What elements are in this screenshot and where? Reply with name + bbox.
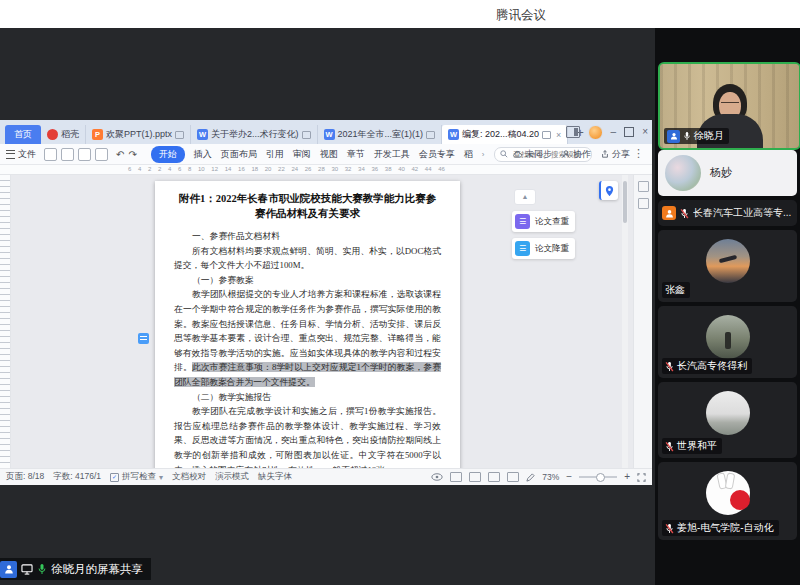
tab-doc-file-2[interactable]: W 2021年全市...室(1)(1) <box>318 125 443 144</box>
participant-tile[interactable]: 世界和平 <box>658 382 797 458</box>
menu-view[interactable]: 视图 <box>320 148 338 161</box>
menu-references[interactable]: 引用 <box>266 148 284 161</box>
tab-doc-file-1[interactable]: W 关于举办2...术行变化) <box>191 125 318 144</box>
panel-tab-icon[interactable] <box>638 181 649 192</box>
menu-section[interactable]: 章节 <box>347 148 365 161</box>
wps-ribbon: 文件 ↶↷ 开始 插入 页面布局 引用 审阅 <box>0 144 652 165</box>
word-file-icon: W <box>197 129 208 140</box>
document-area: 附件1：2022年长春市职业院校技能大赛教学能力比赛参赛作品材料及有关要求 一、… <box>0 175 652 468</box>
doc-paragraph: 教学团队在完成教学设计和实施之后，撰写1份教学实施报告。报告应梳理总结参赛作品的… <box>174 404 441 468</box>
mic-on-icon <box>37 563 47 575</box>
participant-tile-video[interactable]: 徐晓月 <box>658 62 800 150</box>
comment-marker-icon[interactable] <box>138 333 149 344</box>
paper-reduce-icon: ☰ <box>515 241 530 256</box>
app-title: 腾讯会议 <box>496 7 546 24</box>
web-view-icon[interactable] <box>488 472 500 482</box>
paper-check-icon: ☰ <box>515 214 530 229</box>
panel-tab-icon[interactable] <box>638 198 649 209</box>
paper-check-button[interactable]: ☰ 论文查重 <box>512 211 575 232</box>
menu-review[interactable]: 审阅 <box>293 148 311 161</box>
side-panel-icon[interactable] <box>566 126 580 138</box>
participant-tile[interactable]: 杨妙 <box>658 150 797 196</box>
quick-access-toolbar <box>44 148 108 161</box>
more-options-icon[interactable]: ⋮ <box>633 147 644 160</box>
highlighted-text: 此次市赛注意事项：8学时以上交对应规定1个学时的教案，参赛团队全部教案合并为一个… <box>174 362 441 387</box>
tab-ppt-file[interactable]: P 欢聚PPT(1).pptx <box>86 125 191 144</box>
print-icon[interactable] <box>61 148 74 161</box>
menu-page-layout[interactable]: 页面布局 <box>221 148 257 161</box>
file-menu[interactable]: 文件 <box>6 148 36 161</box>
host-badge-icon <box>667 130 680 143</box>
document-page[interactable]: 附件1：2022年长春市职业院校技能大赛教学能力比赛参赛作品材料及有关要求 一、… <box>155 181 460 468</box>
avatar-detail <box>725 332 731 349</box>
menu-insert[interactable]: 插入 <box>194 148 212 161</box>
fullscreen-icon[interactable] <box>637 473 646 482</box>
participant-nametag: 徐晓月 <box>664 128 729 144</box>
word-file-icon: W <box>448 129 459 140</box>
tab-doc-file-active[interactable]: W 编复: 202...稿04.20 × <box>442 125 568 144</box>
person-icon <box>4 564 14 574</box>
mic-muted-icon <box>665 361 674 372</box>
vertical-scrollbar[interactable] <box>622 175 628 468</box>
restore-button[interactable] <box>624 127 634 137</box>
zoom-slider[interactable] <box>579 476 617 478</box>
share-icon <box>601 150 609 158</box>
zoom-level[interactable]: 73% <box>542 472 559 482</box>
menu-dev-tools[interactable]: 开发工具 <box>374 148 410 161</box>
share-button[interactable]: 分享 <box>601 148 630 161</box>
tab-docer[interactable]: 稻壳 <box>41 125 86 144</box>
locate-pin-button[interactable] <box>599 181 618 200</box>
print-preview-icon[interactable] <box>78 148 91 161</box>
wps-statusbar: 页面: 8/18 字数: 4176/1 ✓ 拼写检查 ▾ 文档校对 演示模式 缺… <box>0 468 652 485</box>
proofread-button[interactable]: 文档校对 <box>172 471 206 483</box>
vertical-ruler <box>0 175 11 468</box>
fullwidth-view-icon[interactable] <box>507 472 519 482</box>
menu-member[interactable]: 会员专享 <box>419 148 455 161</box>
statusbar-right: 73% − + <box>431 472 646 482</box>
participant-tile[interactable]: 张鑫 <box>658 230 797 302</box>
chevron-right-icon[interactable]: › <box>482 150 485 159</box>
eye-protect-icon[interactable] <box>431 473 443 481</box>
person-icon <box>562 150 570 158</box>
edit-pen-icon[interactable] <box>526 473 535 482</box>
tab-home[interactable]: 首页 <box>5 125 41 144</box>
save-icon[interactable] <box>44 148 57 161</box>
participant-tile[interactable]: 姜旭-电气学院-自动化 <box>658 462 797 540</box>
presentation-mode-button[interactable]: 演示模式 <box>215 471 249 483</box>
close-window-button[interactable]: × <box>642 127 648 137</box>
tab-home-label: 首页 <box>14 128 32 141</box>
page-view-icon[interactable] <box>450 472 462 482</box>
paper-reduce-button[interactable]: ☰ 论文降重 <box>512 238 575 259</box>
avatar-detail <box>730 490 750 510</box>
wps-tabbar: 首页 稻壳 P 欢聚PPT(1).pptx W 关于举办2...术行变化) <box>0 120 652 144</box>
collaborate-button[interactable]: 协作 <box>562 148 591 161</box>
participant-name: 长春汽车工业高等专... <box>693 206 791 220</box>
close-tab-icon[interactable]: × <box>556 130 561 140</box>
scrollbar-thumb[interactable] <box>623 181 627 223</box>
collapse-panel-button[interactable]: ▲ <box>514 189 536 205</box>
export-icon[interactable] <box>95 148 108 161</box>
checkbox-icon: ✓ <box>110 473 119 482</box>
participant-tile[interactable]: 长汽高专佟得利 <box>658 306 797 378</box>
missing-font-button[interactable]: 缺失字体 <box>258 471 292 483</box>
document-title: 附件1：2022年长春市职业院校技能大赛教学能力比赛参赛作品材料及有关要求 <box>174 191 441 221</box>
participant-tile[interactable]: 长春汽车工业高等专... <box>658 200 797 226</box>
outline-view-icon[interactable] <box>469 472 481 482</box>
share-label-text: 徐晓月的屏幕共享 <box>51 562 143 577</box>
undo-redo-buttons[interactable]: ↶↷ <box>116 149 141 160</box>
comment-badge-icon <box>175 131 184 139</box>
menu-home[interactable]: 开始 <box>151 146 185 163</box>
zoom-out-button[interactable]: − <box>566 473 572 481</box>
sync-status-button[interactable]: 未同步 <box>513 148 552 161</box>
menu-docer-res[interactable]: 稻 <box>464 148 473 161</box>
minimize-button[interactable]: – <box>611 127 617 137</box>
zoom-slider-knob[interactable] <box>596 473 605 482</box>
wps-account-avatar[interactable] <box>588 125 603 140</box>
zoom-in-button[interactable]: + <box>624 473 630 481</box>
statusbar-left: 页面: 8/18 字数: 4176/1 ✓ 拼写检查 ▾ 文档校对 演示模式 缺… <box>6 471 292 483</box>
doc-paragraph: 教学团队根据提交的专业人才培养方案和课程标准，选取该课程在一个学期中符合规定的教… <box>174 287 441 389</box>
mic-muted-icon <box>680 208 689 219</box>
spellcheck-toggle[interactable]: ✓ 拼写检查 ▾ <box>110 471 163 483</box>
meeting-titlebar: 腾讯会议 <box>0 0 800 28</box>
word-file-icon: W <box>324 129 335 140</box>
